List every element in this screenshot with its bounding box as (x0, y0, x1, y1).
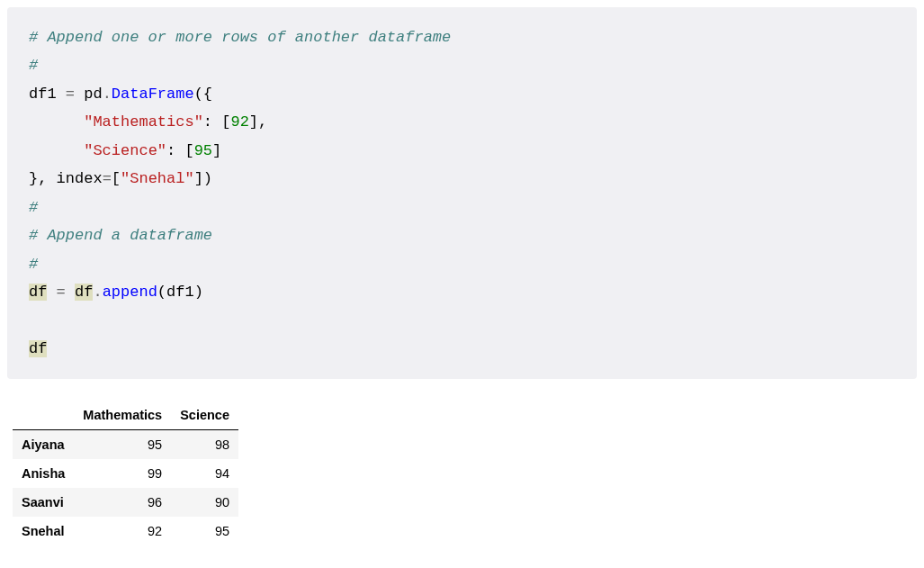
code-operator: = (66, 86, 75, 103)
code-space (47, 284, 56, 301)
code-cell: # Append one or more rows of another dat… (7, 7, 917, 379)
code-comment: # Append one or more rows of another dat… (29, 29, 451, 46)
code-string: "Mathematics" (84, 113, 203, 131)
code-punct: ]) (194, 170, 212, 187)
code-punct: ], (249, 113, 267, 131)
code-var-hl: df (29, 284, 47, 301)
cell-value: 95 (74, 430, 171, 460)
row-index: Snehal (13, 517, 74, 545)
code-dot: . (93, 284, 102, 301)
cell-value: 98 (171, 430, 238, 460)
row-index: Anisha (13, 459, 74, 488)
code-number: 92 (230, 113, 248, 131)
row-index: Saanvi (13, 488, 74, 517)
code-args: (df1) (157, 284, 203, 301)
table-row: Anisha 99 94 (13, 459, 238, 488)
row-index: Aiyana (13, 430, 74, 460)
code-comment: # (29, 256, 38, 273)
code-punct: ] (212, 142, 221, 159)
code-comment: # (29, 57, 38, 74)
code-module: pd (84, 86, 102, 103)
code-punct: [ (112, 170, 121, 187)
code-space (66, 284, 75, 301)
table-header-mathematics: Mathematics (74, 401, 171, 430)
cell-value: 94 (171, 459, 238, 488)
table-header-empty (13, 401, 74, 430)
table-header-science: Science (171, 401, 238, 430)
table-row: Snehal 92 95 (13, 517, 238, 545)
dataframe-output: Mathematics Science Aiyana 95 98 Anisha … (13, 401, 238, 545)
cell-value: 92 (74, 517, 171, 545)
table-row: Aiyana 95 98 (13, 430, 238, 460)
cell-value: 96 (74, 488, 171, 517)
code-punct: : [ (203, 113, 231, 131)
cell-value: 99 (74, 459, 171, 488)
code-dot: . (103, 86, 112, 103)
cell-value: 95 (171, 517, 238, 545)
table-header-row: Mathematics Science (13, 401, 238, 430)
table-row: Saanvi 96 90 (13, 488, 238, 517)
code-number: 95 (194, 142, 212, 159)
code-comment: # Append a dataframe (29, 227, 212, 244)
code-var-hl: df (29, 340, 47, 357)
code-method: append (103, 284, 157, 301)
code-space (75, 86, 84, 103)
code-var-hl: df (75, 284, 93, 301)
code-kw: index (57, 170, 103, 187)
code-punct: }, (29, 170, 57, 187)
code-punct: ({ (194, 86, 212, 103)
code-var: df1 (29, 86, 66, 103)
code-operator: = (57, 284, 66, 301)
code-class: DataFrame (112, 86, 194, 103)
code-string: "Snehal" (121, 170, 194, 187)
code-string: "Science" (84, 142, 166, 159)
code-punct: : [ (166, 142, 194, 159)
cell-value: 90 (171, 488, 238, 517)
code-comment: # (29, 199, 38, 216)
code-operator: = (103, 170, 112, 187)
